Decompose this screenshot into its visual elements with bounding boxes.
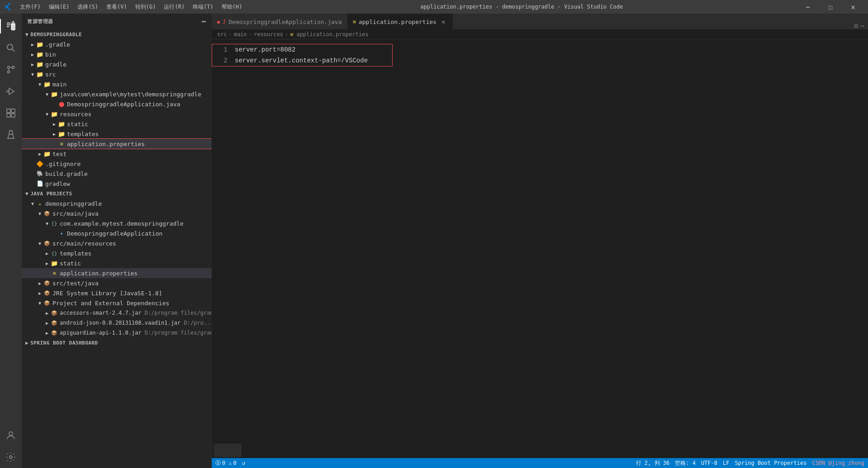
sync-icon: ↺ [242, 460, 245, 466]
activity-explorer[interactable] [0, 15, 22, 37]
tree-item-src-main-resources[interactable]: ▼ 📦 src/main/resources [22, 238, 212, 248]
split-editor-icon[interactable]: ⊡ [854, 22, 858, 29]
svg-point-3 [8, 66, 10, 69]
menu-goto[interactable]: 转到(G) [132, 2, 160, 12]
activity-run[interactable] [0, 80, 22, 102]
editor-wrapper: 1 server.port=8082 2 server.servlet.cont… [212, 39, 868, 458]
menu-edit[interactable]: 编辑(E) [45, 2, 73, 12]
breadcrumb-sep2: › [249, 31, 252, 38]
tree-item-static2[interactable]: ▶ 📁 static [22, 258, 212, 268]
minimize-button[interactable]: − [797, 0, 818, 14]
breadcrumb-file-icon: ≡ [290, 31, 293, 38]
tree-item-jre-lib[interactable]: ▶ 📦 JRE System Library [JavaSE-1.8] [22, 288, 212, 298]
menu-view[interactable]: 查看(V) [103, 2, 131, 12]
tree-item-app-properties[interactable]: ≡ application.properties [22, 139, 212, 149]
tree-item-com-package[interactable]: ▼ {} com.example.mytest.demospringgradle [22, 218, 212, 228]
activity-search[interactable] [0, 37, 22, 59]
breadcrumb-sep1: › [229, 31, 232, 38]
activity-source-control[interactable] [0, 59, 22, 80]
breadcrumb-main[interactable]: main [234, 31, 247, 38]
code-content-1: server.port=8082 [235, 46, 295, 53]
tree-item-templates2[interactable]: ▶ {} templates [22, 248, 212, 258]
title-bar-left: 文件(F) 编辑(E) 选择(S) 查看(V) 转到(G) 运行(R) 终端(T… [5, 2, 246, 12]
status-line-col[interactable]: 行 2, 列 36 [636, 459, 670, 467]
code-line-1: 1 server.port=8082 [212, 44, 392, 55]
svg-point-4 [8, 71, 10, 73]
line-number-2: 2 [212, 57, 235, 64]
menu-file[interactable]: 文件(F) [16, 2, 44, 12]
tree-item-demo-app-class[interactable]: ✦ DemospringgradleApplication [22, 228, 212, 238]
title-bar-controls: − ☐ ✕ [797, 0, 863, 14]
tree-item-demospringgradle-proj[interactable]: ▼ ☕ demospringgradle [22, 199, 212, 208]
tab-properties[interactable]: ≡ application.properties ✕ [347, 14, 453, 29]
tree-item-templates[interactable]: ▶ 📁 templates [22, 129, 212, 139]
tree-item-gradle2[interactable]: ▶ 📁 gradle [22, 59, 212, 69]
tree-item-app-properties2[interactable]: ≡ application.properties [22, 268, 212, 278]
menu-run[interactable]: 运行(R) [160, 2, 188, 12]
java-file-icon: J [223, 19, 226, 25]
tab-close-button[interactable]: ✕ [439, 18, 447, 26]
close-button[interactable]: ✕ [843, 0, 863, 14]
minimap [212, 443, 243, 458]
tree-item-gradle[interactable]: ▶ 📁 .gradle [22, 39, 212, 49]
sidebar-title: 资源管理器 [27, 18, 53, 25]
tree-item-demo-java[interactable]: ⬤ DemospringgradleApplication.java [22, 99, 212, 109]
status-sync[interactable]: ↺ [242, 460, 245, 466]
maximize-button[interactable]: ☐ [820, 0, 841, 14]
breadcrumb-filename[interactable]: application.properties [297, 31, 369, 38]
menu-terminal[interactable]: 终端(T) [189, 2, 217, 12]
tree-item-test[interactable]: ▶ 📁 test [22, 149, 212, 159]
main-layout: 资源管理器 ⋯ ▼ DEMOSPRINGGRADLE ▶ 📁 .gradle ▶… [0, 14, 868, 468]
error-icon: ⓪ [215, 459, 221, 467]
svg-line-2 [12, 49, 15, 52]
tree-item-proj-ext-deps[interactable]: ▼ 📦 Project and External Dependencies [22, 298, 212, 308]
tree-item-accessors-smart[interactable]: ▶ 📦 accessors-smart-2.4.7.jar D:/program… [22, 308, 212, 318]
activity-extensions[interactable] [0, 102, 22, 124]
tree-item-main[interactable]: ▼ 📁 main [22, 79, 212, 89]
tree-item-src-main-java[interactable]: ▼ 📦 src/main/java [22, 208, 212, 218]
status-spaces[interactable]: 空格: 4 [675, 459, 696, 467]
status-encoding[interactable]: UTF-8 [701, 460, 717, 466]
breadcrumb: src › main › resources › ≡ application.p… [212, 29, 868, 39]
tree-item-apiguardian[interactable]: ▶ 📦 apiguardian-api-1.1.0.jar D:/program… [22, 328, 212, 338]
activity-bar [0, 14, 22, 468]
tab-java[interactable]: ● J DemospringgradleApplication.java [212, 14, 347, 29]
tree-item-static[interactable]: ▶ 📁 static [22, 119, 212, 129]
tree-item-src-test-java[interactable]: ▶ 📦 src/test/java [22, 278, 212, 288]
title-bar: 文件(F) 编辑(E) 选择(S) 查看(V) 转到(G) 运行(R) 终端(T… [0, 0, 868, 14]
more-actions-icon[interactable]: ⋯ [861, 22, 864, 29]
activity-settings[interactable] [0, 446, 22, 468]
section-demospringgradle[interactable]: ▼ DEMOSPRINGGRADLE [22, 29, 212, 39]
activity-account[interactable] [0, 425, 22, 446]
activity-test[interactable] [0, 124, 22, 146]
tree-item-gitignore[interactable]: 🔶 .gitignore [22, 159, 212, 169]
tree-item-android-json[interactable]: ▶ 📦 android-json-0.0.20131108.vaadin1.ja… [22, 318, 212, 328]
status-bar: ⓪ 0 ⚠ 0 ↺ 行 2, 列 36 空格: 4 UTF-8 LF Sprin… [212, 458, 868, 468]
section-java-projects[interactable]: ▼ JAVA PROJECTS [22, 189, 212, 199]
breadcrumb-resources[interactable]: resources [254, 31, 283, 38]
status-language[interactable]: Spring Boot Properties [735, 460, 806, 466]
tree-item-java-pkg[interactable]: ▼ 📁 java\com\example\mytest\demospringgr… [22, 89, 212, 99]
svg-point-13 [9, 456, 12, 459]
tab-dirty-indicator: ● [217, 19, 220, 24]
menu-select[interactable]: 选择(S) [74, 2, 102, 12]
menu-help[interactable]: 帮助(H) [218, 2, 246, 12]
tree-item-bin[interactable]: ▶ 📁 bin [22, 49, 212, 59]
status-eol[interactable]: LF [723, 460, 729, 466]
section-spring-boot-dashboard[interactable]: ▶ SPRING BOOT DASHBOARD [22, 338, 212, 348]
tree-item-resources[interactable]: ▼ 📁 resources [22, 109, 212, 119]
editor-content[interactable]: 1 server.port=8082 2 server.servlet.cont… [212, 39, 868, 443]
svg-point-1 [7, 44, 13, 50]
title-bar-menu[interactable]: 文件(F) 编辑(E) 选择(S) 查看(V) 转到(G) 运行(R) 终端(T… [16, 2, 246, 12]
svg-rect-8 [7, 109, 10, 113]
sidebar-more-icon[interactable]: ⋯ [202, 17, 206, 26]
svg-rect-9 [11, 109, 15, 113]
title-bar-title: application.properties - demospringgradl… [420, 4, 623, 10]
sidebar-content: ▼ DEMOSPRINGGRADLE ▶ 📁 .gradle ▶ 📁 bin ▶ [22, 29, 212, 468]
svg-rect-11 [11, 113, 15, 117]
status-errors[interactable]: ⓪ 0 ⚠ 0 [215, 459, 237, 467]
tree-item-src[interactable]: ▼ 📁 src [22, 69, 212, 79]
breadcrumb-src[interactable]: src [217, 31, 227, 38]
tree-item-gradlew[interactable]: 📄 gradlew [22, 179, 212, 189]
tree-item-build-gradle[interactable]: 🐘 build.gradle [22, 169, 212, 179]
